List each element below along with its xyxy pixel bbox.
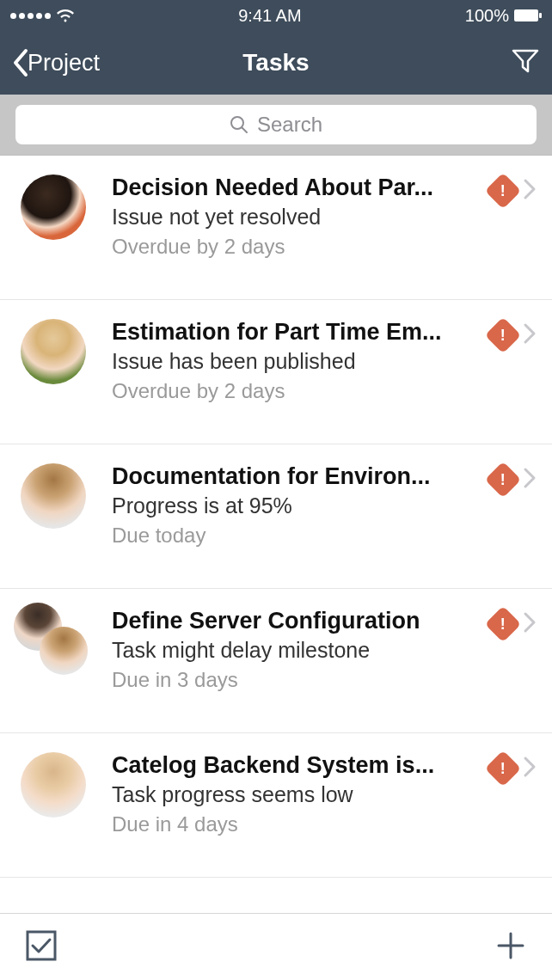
filter-button[interactable] bbox=[511, 46, 540, 79]
alert-icon: ! bbox=[485, 173, 521, 209]
search-input[interactable]: Search bbox=[15, 105, 537, 144]
task-title: Define Server Configuration bbox=[112, 608, 481, 634]
task-title: Decision Needed About Par... bbox=[112, 175, 481, 201]
task-subtitle: Task progress seems low bbox=[112, 782, 481, 807]
task-title: Catelog Backend System is... bbox=[112, 752, 481, 779]
avatar bbox=[21, 752, 86, 818]
add-button[interactable] bbox=[494, 928, 528, 966]
chevron-right-icon bbox=[523, 611, 537, 637]
search-placeholder: Search bbox=[257, 113, 322, 137]
task-meta: Due in 4 days bbox=[112, 812, 481, 836]
avatar bbox=[21, 175, 86, 240]
chevron-right-icon bbox=[523, 467, 537, 493]
task-meta: Overdue by 2 days bbox=[112, 235, 481, 259]
task-content: Decision Needed About Par...Issue not ye… bbox=[112, 175, 481, 259]
task-right: ! bbox=[490, 319, 537, 348]
status-left bbox=[10, 9, 75, 22]
task-list: Decision Needed About Par...Issue not ye… bbox=[0, 156, 552, 878]
svg-line-3 bbox=[242, 128, 247, 133]
filter-icon bbox=[511, 46, 540, 76]
task-right: ! bbox=[490, 463, 537, 493]
signal-dots-icon bbox=[10, 13, 51, 19]
search-bar-container: Search bbox=[0, 95, 552, 156]
task-subtitle: Progress is at 95% bbox=[112, 493, 481, 518]
plus-icon bbox=[494, 928, 528, 963]
search-icon bbox=[230, 115, 248, 134]
task-row[interactable]: Estimation for Part Time Em...Issue has … bbox=[0, 300, 552, 444]
svg-rect-1 bbox=[539, 13, 542, 18]
task-content: Catelog Backend System is...Task progres… bbox=[112, 752, 481, 836]
checklist-button[interactable] bbox=[24, 928, 58, 966]
page-title: Tasks bbox=[242, 49, 309, 77]
task-title: Documentation for Environ... bbox=[112, 463, 481, 490]
task-right: ! bbox=[490, 175, 537, 204]
battery-percent: 100% bbox=[465, 6, 509, 26]
avatar bbox=[21, 319, 86, 384]
bottom-toolbar bbox=[0, 913, 552, 980]
task-subtitle: Issue has been published bbox=[112, 349, 481, 374]
alert-icon: ! bbox=[485, 750, 521, 787]
nav-bar: Project Tasks bbox=[0, 31, 552, 95]
task-meta: Due in 3 days bbox=[112, 668, 481, 692]
task-meta: Overdue by 2 days bbox=[112, 379, 481, 403]
battery-icon bbox=[514, 9, 542, 21]
task-right: ! bbox=[490, 752, 537, 781]
chevron-right-icon bbox=[523, 178, 537, 204]
task-title: Estimation for Part Time Em... bbox=[112, 319, 481, 346]
back-label: Project bbox=[28, 50, 100, 77]
status-right: 100% bbox=[465, 6, 542, 26]
alert-icon: ! bbox=[485, 606, 521, 642]
alert-icon: ! bbox=[485, 317, 521, 353]
task-content: Define Server ConfigurationTask might de… bbox=[112, 608, 481, 692]
task-content: Estimation for Part Time Em...Issue has … bbox=[112, 319, 481, 403]
task-subtitle: Issue not yet resolved bbox=[112, 205, 481, 230]
task-content: Documentation for Environ...Progress is … bbox=[112, 463, 481, 548]
chevron-right-icon bbox=[523, 756, 537, 781]
task-row[interactable]: Catelog Backend System is...Task progres… bbox=[0, 733, 552, 878]
alert-icon: ! bbox=[485, 462, 521, 498]
status-bar: 9:41 AM 100% bbox=[0, 0, 552, 31]
task-row[interactable]: Define Server ConfigurationTask might de… bbox=[0, 589, 552, 733]
wifi-icon bbox=[56, 9, 75, 22]
status-time: 9:41 AM bbox=[238, 6, 301, 26]
avatar bbox=[21, 463, 86, 529]
checkbox-icon bbox=[24, 928, 58, 963]
avatar bbox=[21, 608, 86, 673]
task-right: ! bbox=[490, 608, 537, 637]
task-meta: Due today bbox=[112, 524, 481, 548]
task-row[interactable]: Documentation for Environ...Progress is … bbox=[0, 444, 552, 589]
task-subtitle: Task might delay milestone bbox=[112, 638, 481, 663]
chevron-right-icon bbox=[523, 322, 537, 348]
task-row[interactable]: Decision Needed About Par...Issue not ye… bbox=[0, 156, 552, 300]
svg-rect-0 bbox=[514, 9, 538, 21]
back-button[interactable]: Project bbox=[12, 48, 100, 77]
